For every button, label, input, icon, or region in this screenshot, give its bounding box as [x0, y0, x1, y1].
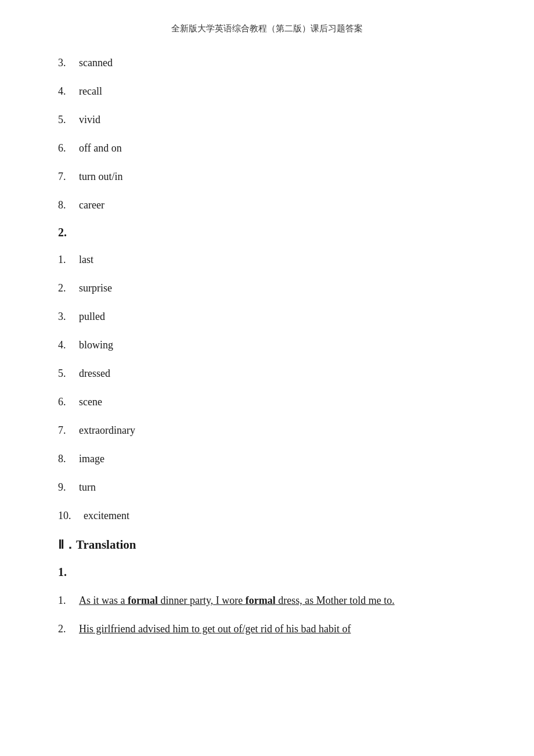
- list-text: last: [79, 252, 93, 268]
- list-num: 7.: [58, 423, 79, 438]
- list-num: 8.: [58, 451, 79, 467]
- translation-item-2: 2. His girlfriend advised him to get out…: [58, 620, 476, 638]
- section2-heading: 2.: [58, 226, 476, 239]
- translation-text: His girlfriend advised him to get out of…: [79, 620, 351, 638]
- translation-num: 1.: [58, 592, 79, 610]
- list-text: turn out/in: [79, 169, 123, 185]
- list-text: dressed: [79, 366, 110, 381]
- list-item: 3. pulled: [58, 309, 476, 325]
- list-text: off and on: [79, 141, 122, 156]
- list-item: 5. dressed: [58, 366, 476, 381]
- list-num: 5.: [58, 112, 79, 128]
- list-item: 3. scanned: [58, 55, 476, 71]
- translation-num: 2.: [58, 620, 79, 638]
- list-num: 10.: [58, 508, 84, 524]
- list-text: blowing: [79, 337, 113, 353]
- list-item: 6. off and on: [58, 141, 476, 156]
- list-text: pulled: [79, 309, 105, 325]
- section1-list: 3. scanned 4. recall 5. vivid 6. off and…: [58, 55, 476, 213]
- list-item: 6. scene: [58, 394, 476, 410]
- list-text: career: [79, 197, 104, 213]
- translation-item-1: 1. As it was a formal dinner party, I wo…: [58, 592, 476, 610]
- list-item: 10. excitement: [58, 508, 476, 524]
- list-text: turn: [79, 480, 96, 495]
- list-text: excitement: [84, 508, 129, 524]
- list-item: 1. last: [58, 252, 476, 268]
- list-item: 2. surprise: [58, 280, 476, 296]
- list-item: 8. image: [58, 451, 476, 467]
- list-text: vivid: [79, 112, 100, 128]
- list-text: scene: [79, 394, 102, 410]
- list-text: image: [79, 451, 104, 467]
- list-num: 7.: [58, 169, 79, 185]
- list-num: 2.: [58, 280, 79, 296]
- list-num: 8.: [58, 197, 79, 213]
- list-text: recall: [79, 84, 102, 99]
- list-item: 5. vivid: [58, 112, 476, 128]
- list-text: scanned: [79, 55, 113, 71]
- list-num: 6.: [58, 141, 79, 156]
- list-num: 4.: [58, 84, 79, 99]
- list-item: 9. turn: [58, 480, 476, 495]
- list-num: 3.: [58, 309, 79, 325]
- list-num: 3.: [58, 55, 79, 71]
- list-num: 1.: [58, 252, 79, 268]
- section2-list: 1. last 2. surprise 3. pulled 4. blowing…: [58, 252, 476, 524]
- list-item: 7. turn out/in: [58, 169, 476, 185]
- list-num: 6.: [58, 394, 79, 410]
- section-ii-heading: Ⅱ．Translation: [58, 537, 476, 553]
- section-ii-sub-heading: 1.: [58, 566, 476, 579]
- list-text: surprise: [79, 280, 112, 296]
- list-item: 4. blowing: [58, 337, 476, 353]
- list-num: 4.: [58, 337, 79, 353]
- page-header: 全新版大学英语综合教程（第二版）课后习题答案: [58, 23, 476, 34]
- translation-text: As it was a formal dinner party, I wore …: [79, 592, 395, 610]
- list-item: 8. career: [58, 197, 476, 213]
- list-item: 4. recall: [58, 84, 476, 99]
- list-item: 7. extraordinary: [58, 423, 476, 438]
- list-text: extraordinary: [79, 423, 135, 438]
- list-num: 5.: [58, 366, 79, 381]
- list-num: 9.: [58, 480, 79, 495]
